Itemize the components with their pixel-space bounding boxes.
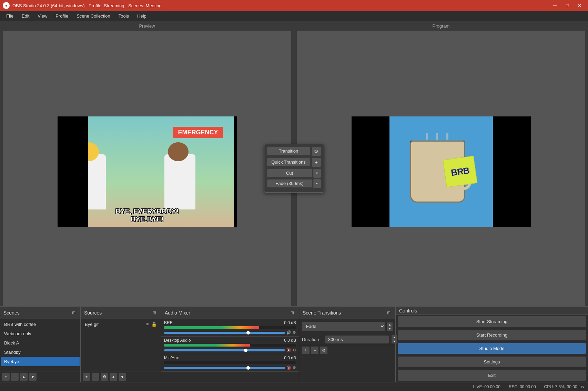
app-icon: ●: [3, 2, 10, 9]
doctor2-coat: [164, 154, 195, 209]
settings-button[interactable]: Settings: [398, 357, 586, 367]
source-icons-byegif: 👁 🔒: [145, 322, 157, 327]
transitions-footer: + − ⚙: [299, 345, 395, 356]
duration-input[interactable]: [325, 336, 389, 343]
menu-edit[interactable]: Edit: [18, 12, 33, 20]
steam1: [426, 133, 428, 140]
audio-settings-icon-brb[interactable]: ⚙: [293, 330, 296, 335]
menu-bar: File Edit View Profile Scene Collection …: [0, 11, 588, 21]
audio-mixer-header: Audio Mixer ⊞: [161, 307, 299, 319]
sources-header-icons: ⊞: [151, 310, 158, 316]
audio-track-desktop-db: 0.0 dB: [284, 338, 296, 343]
transition-spin-down[interactable]: ▼: [387, 327, 393, 331]
fade-label: Fade (300ms): [267, 179, 312, 187]
start-streaming-button[interactable]: Start Streaming: [398, 316, 586, 327]
sources-panel: Sources ⊞ Bye gif 👁 🔒 + − ⚙ ▲ ▼: [81, 307, 161, 382]
quick-transitions-add-button[interactable]: +: [312, 158, 321, 167]
source-name-byegif: Bye gif: [85, 322, 99, 327]
sources-list: Bye gif 👁 🔒: [81, 319, 161, 371]
quick-transitions-row: Quick Transitions +: [267, 158, 321, 167]
scene-item-blocka[interactable]: Block A: [1, 338, 80, 348]
scenes-up-button[interactable]: ▲: [20, 373, 28, 381]
audio-mixer-header-btn[interactable]: ⊞: [289, 310, 295, 316]
exit-button[interactable]: Exit: [398, 370, 586, 381]
audio-fader-desktop[interactable]: [164, 349, 285, 351]
audio-fader-mic[interactable]: [164, 367, 285, 369]
scenes-footer: + − ▲ ▼: [0, 371, 80, 382]
audio-mixer-title: Audio Mixer: [165, 310, 190, 316]
brb-black-left: [352, 116, 389, 227]
audio-speaker-icon-brb[interactable]: 🔊: [286, 330, 291, 335]
rec-status: REC: 00:00:00: [509, 384, 536, 389]
scene-item-brb[interactable]: BRB with coffee: [1, 320, 80, 329]
sources-title: Sources: [84, 310, 102, 316]
audio-track-mic-header: Mic/Aux 0.0 dB: [164, 356, 296, 360]
menu-view[interactable]: View: [34, 12, 51, 20]
sources-header-btn[interactable]: ⊞: [151, 310, 158, 316]
preview-black-left: [58, 116, 88, 227]
sources-remove-button[interactable]: −: [92, 373, 99, 381]
note-paper: BRB: [443, 156, 477, 187]
scene-transitions-header-btn[interactable]: ⊞: [386, 310, 392, 316]
menu-scene-collection[interactable]: Scene Collection: [73, 12, 114, 20]
scene-item-webcam[interactable]: Webcam only: [1, 329, 80, 338]
transition-spin-up[interactable]: ▲: [387, 322, 393, 327]
audio-mute-icon-mic[interactable]: 🔇: [286, 366, 291, 370]
audio-settings-icon-desktop[interactable]: ⚙: [293, 348, 296, 352]
scenes-header-btn[interactable]: ⊞: [71, 310, 77, 316]
controls-header: Controls: [396, 307, 588, 315]
scene-item-byebye[interactable]: Byebye: [1, 357, 80, 366]
cut-row: Cut ▾: [267, 169, 321, 178]
doctor2-head: [168, 142, 189, 161]
cut-caret-button[interactable]: ▾: [313, 169, 321, 178]
preview-video: EMERGENCY BYE, EVERYBODY!: [58, 116, 237, 227]
duration-row: Duration ▲ ▼: [299, 334, 395, 345]
studio-mode-button[interactable]: Studio Mode: [398, 343, 586, 354]
audio-track-desktop: Desktop Audio 0.0 dB 🔇 ⚙: [161, 337, 299, 354]
audio-track-desktop-name: Desktop Audio: [164, 338, 191, 343]
minimize-button[interactable]: ─: [549, 2, 560, 9]
audio-fader-brb[interactable]: [164, 332, 285, 334]
scenes-panel: Scenes ⊞ BRB with coffee Webcam only Blo…: [0, 307, 81, 382]
controls-title: Controls: [399, 308, 417, 313]
start-recording-button[interactable]: Start Recording: [398, 330, 586, 340]
scene-transitions-header: Scene Transitions ⊞: [299, 307, 395, 319]
maximize-button[interactable]: □: [562, 2, 573, 9]
transitions-remove-button[interactable]: −: [311, 347, 318, 354]
menu-help[interactable]: Help: [134, 12, 150, 20]
sources-down-button[interactable]: ▼: [119, 373, 126, 381]
audio-track-mic-db: 0.0 dB: [284, 356, 296, 360]
source-item-byegif[interactable]: Bye gif 👁 🔒: [81, 320, 160, 329]
program-pane: Program BRB: [294, 21, 588, 315]
audio-track-mic: Mic/Aux 0.0 dB 🔇 ⚙: [161, 354, 299, 372]
audio-track-brb-name: BRB: [164, 320, 173, 325]
transitions-settings-button[interactable]: ⚙: [320, 347, 327, 354]
transition-select[interactable]: Fade Cut: [302, 322, 385, 331]
sources-up-button[interactable]: ▲: [110, 373, 117, 381]
sources-add-button[interactable]: +: [83, 373, 90, 381]
character-area: [64, 134, 230, 209]
fade-caret-button[interactable]: ▾: [313, 179, 321, 188]
character-doctor2: [161, 141, 202, 209]
audio-track-mic-name: Mic/Aux: [164, 356, 179, 360]
brb-text: BRB: [450, 165, 470, 178]
program-video: BRB: [352, 116, 531, 227]
audio-settings-icon-mic[interactable]: ⚙: [293, 366, 296, 370]
audio-mute-icon-desktop[interactable]: 🔇: [286, 348, 291, 352]
menu-file[interactable]: File: [3, 12, 17, 20]
transitions-add-button[interactable]: +: [302, 347, 310, 354]
sources-settings-button[interactable]: ⚙: [101, 373, 108, 381]
preview-container: EMERGENCY BYE, EVERYBODY!: [3, 31, 291, 312]
steam3: [446, 133, 448, 140]
audio-mixer-panel: Audio Mixer ⊞ BRB 0.0 dB 🔊 ⚙ Desktop A: [161, 307, 299, 382]
transition-settings-button[interactable]: ⚙: [312, 147, 321, 156]
transition-label: Transition: [267, 147, 310, 155]
close-button[interactable]: ✕: [574, 2, 585, 9]
scene-item-standby[interactable]: Standby: [1, 348, 80, 357]
scene-transitions-title: Scene Transitions: [303, 310, 341, 316]
scenes-down-button[interactable]: ▼: [29, 373, 37, 381]
scenes-add-button[interactable]: +: [2, 373, 10, 381]
scenes-remove-button[interactable]: −: [11, 373, 19, 381]
menu-tools[interactable]: Tools: [115, 12, 132, 20]
menu-profile[interactable]: Profile: [52, 12, 72, 20]
